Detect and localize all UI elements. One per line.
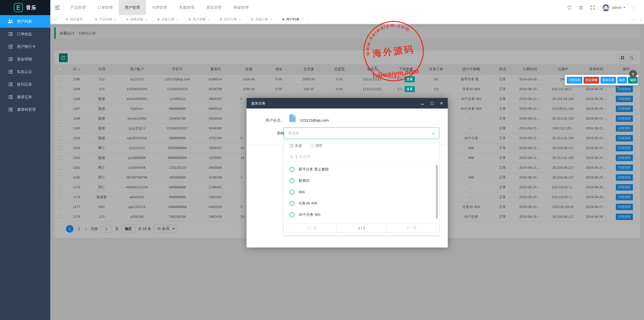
app-logo[interactable]: E 音乐 [0,0,50,15]
tab-8[interactable]: 用户列表× [277,15,308,24]
tab-2[interactable]: 产品列表× [90,15,121,24]
dropdown-page-info: 1 / 1 [336,224,386,232]
nav-item-4[interactable]: 代理管理 [146,0,173,15]
nav-item-3[interactable]: 用户管理 [119,0,146,15]
tab-close-icon[interactable]: × [145,18,147,21]
tab-close-icon[interactable]: × [239,18,241,21]
dropdown-option-3[interactable]: 666 [284,186,439,198]
top-navbar: E 音乐 产品管理订单管理用户管理代理管理常规管理系统管理商城管理 admin … [0,0,644,15]
radio-circle-icon [290,212,295,217]
strategy-dropdown-panel: 全选 ✕ 清空 请选择 新手任务 禁止删除新测试666任务30 40940个任务… [284,140,439,235]
text-cursor [296,155,296,159]
tab-dot-icon [66,18,68,20]
logo-icon: E [14,3,23,12]
radio-circle-icon [290,178,295,183]
fullscreen-icon[interactable] [587,0,598,15]
radio-circle-icon [290,201,295,206]
dropdown-prev-button[interactable]: 上一页 [287,224,336,232]
sidebar-item-label: 签到记录 [17,82,32,87]
popup-close-icon[interactable]: ✕ [629,70,637,78]
strategy-select[interactable]: 请选择 [284,127,439,139]
nav-item-5[interactable]: 常规管理 [173,0,200,15]
close-icon[interactable]: ✕ [440,101,443,105]
tab-1[interactable]: 后台首页 [59,15,90,24]
sidebar-item-6[interactable]: 签到记录 [0,78,50,91]
dropdown-option-2[interactable]: 新测试 [284,175,439,186]
tab-close-icon[interactable]: × [114,18,116,21]
maximize-icon[interactable] [430,101,434,105]
users-icon [8,19,13,23]
op-button-3[interactable]: 派发任务 [600,77,616,84]
tabs-scroll-right-icon[interactable]: › [630,15,637,24]
top-menu: 产品管理订单管理用户管理代理管理常规管理系统管理商城管理 [64,0,255,15]
strategy-label: 策略 [252,131,284,136]
option-label: 新测试 [299,178,310,183]
tab-label: 产品列表 [99,17,112,22]
strategy-options-list: 新手任务 禁止删除新测试666任务30 40940个任务 48160个任务 96… [284,164,439,224]
tab-dot-icon [95,18,97,20]
sidebar-item-3[interactable]: 用户银行卡 [0,40,50,53]
sidebar-item-label: 邀请码管理 [17,107,36,112]
tab-dot-icon [220,18,222,20]
clear-button[interactable]: ✕ 清空 [310,144,322,148]
more-menu-icon[interactable]: ⋮ [629,5,638,10]
scrollbar-thumb[interactable] [436,165,438,219]
minimize-icon[interactable] [421,101,424,105]
sidebar-item-label: 邀请记录 [17,95,32,99]
view-subordinates-button[interactable]: 查看 [405,86,415,92]
op-button-1[interactable]: 详情资料 [567,77,582,84]
sidebar: 用户列表订单收益用户银行卡资金明细实名认证签到记录邀请记录邀请码管理 [0,15,50,320]
user-avatar[interactable] [602,4,610,12]
tab-6[interactable]: 支付订单× [215,15,246,24]
document-icon [289,114,296,123]
tab-label: 充值订单 [255,17,268,22]
dropdown-option-1[interactable]: 新手任务 禁止删除 [284,164,439,175]
select-all-label: 全选 [295,144,302,148]
sidebar-item-5[interactable]: 实名认证 [0,65,50,78]
op-button-2[interactable]: 资金调整 [584,77,599,84]
sidebar-item-7[interactable]: 邀请记录 [0,91,50,103]
select-all-button[interactable]: 全选 [290,144,302,148]
open-tabs: 后台首页产品列表×策略定制×任务订单×用户策略×支付订单×充值订单×用户列表× [59,15,630,24]
list-icon [8,83,13,86]
trash-icon[interactable] [575,0,587,15]
tab-close-icon[interactable]: × [301,18,303,21]
list-icon [8,45,13,48]
select-placeholder: 请选择 [288,131,432,136]
tab-bar: ‹ 后台首页产品列表×策略定制×任务订单×用户策略×支付订单×充值订单×用户列表… [50,15,644,24]
tabs-menu-icon[interactable]: ⌄ [637,15,644,24]
dropdown-pagination: 上一页 1 / 1 下一页 [287,224,436,233]
nav-item-1[interactable]: 产品管理 [64,0,92,15]
tab-7[interactable]: 充值订单× [246,15,277,24]
more-caret-icon[interactable] [616,87,619,88]
sidebar-item-2[interactable]: 订单收益 [0,28,50,40]
nav-item-6[interactable]: 系统管理 [200,0,227,15]
sidebar-item-8[interactable]: 邀请码管理 [0,103,50,116]
tab-close-icon[interactable]: × [208,18,210,21]
dropdown-option-5[interactable]: 40个任务 481 [284,209,439,220]
tabs-scroll-left-icon[interactable]: ‹ [50,15,59,24]
tab-5[interactable]: 用户策略× [184,15,215,24]
dialog-titlebar[interactable]: 派发任务 ✕ [247,98,448,109]
menu-collapse-icon[interactable] [50,0,64,15]
dropdown-search-input[interactable]: 请选择 [284,151,439,163]
dropdown-next-button[interactable]: 下一页 [387,224,436,232]
sidebar-item-label: 用户银行卡 [17,44,36,49]
username-label[interactable]: admin [612,6,622,10]
chevron-up-icon [432,132,435,134]
list-icon [8,32,13,36]
tab-close-icon[interactable]: × [270,18,272,21]
member-email-value: 123123@qq.com [300,118,329,122]
op-button-4[interactable]: 账本 [617,77,627,84]
nav-item-7[interactable]: 商城管理 [227,0,255,15]
dropdown-option-4[interactable]: 任务30 409 [284,198,439,209]
sidebar-item-4[interactable]: 资金明细 [0,53,50,65]
sidebar-item-1[interactable]: 用户列表 [0,15,50,28]
tab-4[interactable]: 任务订单× [152,15,184,24]
tab-3[interactable]: 策略定制× [121,15,152,24]
tab-close-icon[interactable]: × [177,18,179,21]
chevron-down-icon[interactable] [623,7,626,8]
view-subordinates-button[interactable]: 查看 [405,76,415,82]
refresh-icon[interactable] [564,0,575,15]
nav-item-2[interactable]: 订单管理 [92,0,119,15]
